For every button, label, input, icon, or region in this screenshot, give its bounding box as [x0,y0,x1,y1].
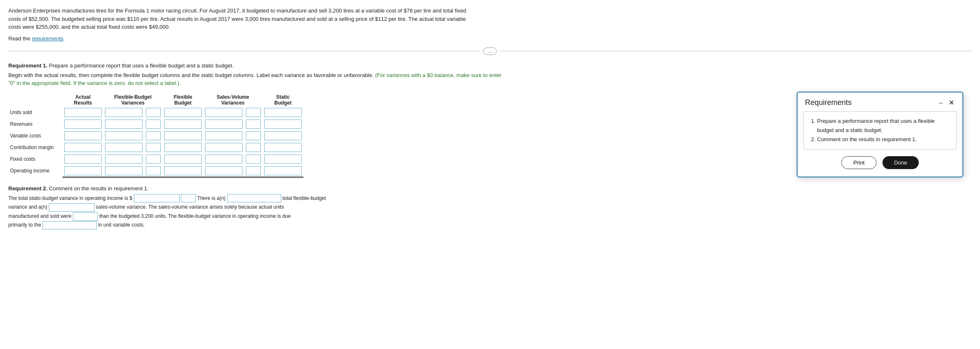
divider-row: ... [8,47,972,55]
field-oi-sv-var[interactable] [205,166,242,175]
field-units-flex-budget[interactable] [164,108,202,117]
input-units-flex-budget[interactable] [162,107,203,118]
field-fc-flex-budget[interactable] [164,155,202,164]
modal-close-button[interactable]: ✕ [948,99,955,107]
field-fc-static[interactable] [264,155,302,164]
field-cm-flex-var[interactable] [105,143,142,152]
field-vc-sv-var[interactable] [205,131,242,140]
requirement2-title: Requirement 2. Comment on the results in… [8,185,972,192]
requirements-link[interactable]: requirements [32,35,63,42]
field-units-sv-var[interactable] [205,108,242,117]
list-item: Prepare a performance report that uses a… [817,117,950,135]
row-label-variable-costs: Variable costs [8,130,62,142]
input-units-static[interactable] [262,107,303,118]
field-vc-actual[interactable] [64,131,102,140]
field-oi-static[interactable] [264,166,302,175]
field-oi-actual[interactable] [64,166,102,175]
input-units-actual[interactable] [62,107,103,118]
row-label-fixed-costs: Fixed costs [8,153,62,165]
req2-text-block: The total static-budget variance in oper… [8,194,972,230]
header-actual-results: Actual Results [62,93,103,107]
header-static-budget: Static Budget [262,93,303,107]
empty-header [8,93,62,107]
field-units-static[interactable] [264,108,302,117]
input-units-flex-var[interactable] [103,107,144,118]
field-fc-flex-var[interactable] [105,155,142,164]
field-rev-flex-var-label[interactable] [146,120,161,129]
field-oi-flex-var[interactable] [105,166,142,175]
field-cm-static[interactable] [264,143,302,152]
header-flexible-budget: Flexible Budget [162,93,203,107]
budget-table: Actual Results Flexible-Budget Variances… [8,93,303,178]
field-rev-flex-var[interactable] [105,120,142,129]
field-units-actual[interactable] [64,108,102,117]
divider-button[interactable]: ... [483,47,496,55]
table-row: Variable costs [8,130,303,142]
field-fc-flex-var-label[interactable] [146,155,161,164]
field-sales-vol-type[interactable] [49,203,95,212]
field-vc-flex-var-label[interactable] [146,131,161,140]
read-line: Read the requirements. [8,35,972,42]
field-oi-sv-var-label[interactable] [246,166,261,175]
field-fc-actual[interactable] [64,155,102,164]
field-cm-actual[interactable] [64,143,102,152]
divider-line-left [8,51,480,51]
row-label-revenues: Revenues [8,118,62,130]
modal-controls: ─ ✕ [938,99,955,107]
modal-footer: Print Done [798,156,962,177]
intro-paragraph: Anderson Enterprises manufactures tires … [8,7,467,31]
field-rev-sv-var[interactable] [205,120,242,129]
field-vc-static[interactable] [264,131,302,140]
header-sales-volume-variances: Sales-Volume Variances [203,93,262,107]
field-static-budget-variance-label[interactable] [181,194,196,202]
field-cm-flex-budget[interactable] [164,143,202,152]
field-vc-flex-budget[interactable] [164,131,202,140]
field-oi-flex-budget[interactable] [164,166,202,175]
header-flexible-budget-variances: Flexible-Budget Variances [103,93,162,107]
list-item: Comment on the results in requirement 1. [817,135,950,144]
field-oi-flex-var-label[interactable] [146,166,161,175]
field-units-flex-var[interactable] [105,108,142,117]
field-vc-flex-var[interactable] [105,131,142,140]
modal-header: Requirements ─ ✕ [798,92,962,111]
done-button[interactable]: Done [882,156,919,169]
field-cm-flex-var-label[interactable] [146,143,161,152]
modal-content: Prepare a performance report that uses a… [803,111,957,150]
field-rev-static[interactable] [264,120,302,129]
field-cm-sv-var-label[interactable] [246,143,261,152]
table-row: Fixed costs [8,153,303,165]
row-label-operating-income: Operating income [8,165,62,177]
field-fc-sv-var-label[interactable] [246,155,261,164]
requirements-list: Prepare a performance report that uses a… [810,117,950,144]
table-row: Operating income [8,165,303,177]
field-primary-cause[interactable] [42,221,97,229]
modal-minimize-button[interactable]: ─ [938,100,944,106]
field-units-sv-var-label[interactable] [246,108,261,117]
input-units-sv-var[interactable] [203,107,244,118]
print-button[interactable]: Print [841,156,877,169]
requirement2-section: Requirement 2. Comment on the results in… [8,185,972,230]
field-rev-actual[interactable] [64,120,102,129]
requirement1-title: Requirement 1. Prepare a performance rep… [8,62,972,69]
table-row: Revenues [8,118,303,130]
row-label-contribution-margin: Contribution margin [8,142,62,153]
requirements-modal: Requirements ─ ✕ Prepare a performance r… [797,92,963,177]
divider-line-right [500,51,972,51]
modal-title: Requirements [805,98,852,107]
field-units-flex-var-label[interactable] [146,108,161,117]
row-label-units-sold: Units sold [8,107,62,118]
table-row: Contribution margin [8,142,303,153]
field-rev-flex-budget[interactable] [164,120,202,129]
instruction-text: Begin with the actual results, then comp… [8,71,508,87]
input-units-sv-var-label[interactable] [244,107,262,118]
field-cm-sv-var[interactable] [205,143,242,152]
input-units-flex-var-label[interactable] [144,107,162,118]
table-row: Units sold [8,107,303,118]
field-units-comparison[interactable] [73,212,98,221]
field-rev-sv-var-label[interactable] [246,120,261,129]
field-vc-sv-var-label[interactable] [246,131,261,140]
field-fc-sv-var[interactable] [205,155,242,164]
field-flex-budget-type[interactable] [227,194,281,202]
field-static-budget-variance[interactable] [134,194,180,202]
